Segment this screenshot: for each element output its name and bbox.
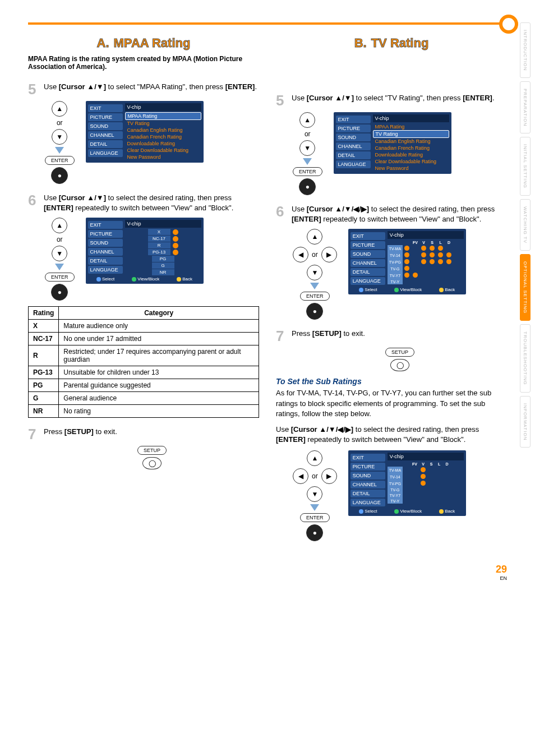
block-icon — [173, 243, 178, 248]
enter-oval-button[interactable]: ● — [299, 178, 316, 195]
osd-side-language: LANGUAGE — [336, 160, 371, 168]
osd-item-can-fr: Canadian French Rating — [125, 133, 201, 140]
osd-side-sound: SOUND — [350, 250, 385, 258]
cursor-right-button[interactable]: ▶ — [321, 247, 337, 262]
arrow-down-icon — [303, 158, 312, 165]
osd-side-language: LANGUAGE — [88, 266, 123, 274]
arrow-down-icon — [310, 504, 319, 511]
step-number: 6 — [28, 193, 39, 213]
table-header-rating: Rating — [29, 307, 59, 320]
enter-oval-button[interactable]: ● — [306, 524, 323, 541]
cursor-down-button[interactable]: ▼ — [307, 265, 322, 280]
osd-side-detail: DETAIL — [350, 490, 385, 497]
osd-vchip-menu-tv-selected: EXIT PICTURE SOUND CHANNEL DETAIL LANGUA… — [334, 112, 451, 174]
sub-ratings-instruction: Use [Cursor ▲/▼/◀/▶] to select the desir… — [276, 425, 507, 445]
step-text: Use [Cursor ▲/▼] to select "TV Rating", … — [292, 93, 507, 108]
osd-item-new-password: New Password — [373, 165, 449, 172]
tab-initial-setting: INITIAL SETTING — [520, 137, 531, 196]
osd-item-can-en: Canadian English Rating — [373, 138, 449, 145]
setup-oval-button[interactable]: ◯ — [142, 457, 162, 469]
cursor-up-button[interactable]: ▲ — [307, 450, 322, 466]
osd-side-picture: PICTURE — [88, 230, 123, 238]
cursor-down-button[interactable]: ▼ — [52, 246, 67, 261]
osd-item-tv-rating: TV Rating — [125, 120, 201, 127]
cursor-down-button[interactable]: ▼ — [299, 140, 315, 156]
enter-button[interactable]: ENTER — [293, 167, 322, 176]
osd-side-detail: DETAIL — [88, 140, 123, 148]
osd-item-can-fr: Canadian French Rating — [373, 145, 449, 151]
enter-button[interactable]: ENTER — [300, 513, 330, 522]
enter-button[interactable]: ENTER — [45, 273, 75, 282]
step-text: Press [SETUP] to exit. — [292, 329, 507, 343]
column-tv-rating: B.TV Rating 5 Use [Cursor ▲/▼] to select… — [276, 36, 507, 547]
remote-updown-enter: ▲ or ▼ ENTER ● — [293, 112, 322, 195]
osd-item-can-en: Canadian English Rating — [125, 127, 201, 133]
column-mpaa-rating: A.MPAA Rating MPAA Rating is the rating … — [28, 36, 259, 547]
step-a5-graphics: ▲ or ▼ ENTER ● EXIT PICTURE SOUND CHANNE… — [45, 101, 259, 184]
block-icon — [173, 236, 178, 242]
enter-oval-button[interactable]: ● — [51, 284, 68, 301]
table-row: NC-17No one under 17 admitted — [29, 333, 259, 345]
osd-title: V-chip — [388, 231, 464, 239]
osd-item-mpaa-rating: MPAA Rating — [125, 112, 201, 120]
step-number: 7 — [28, 427, 39, 441]
top-rule — [28, 22, 507, 25]
osd-tv-rating-grid: EXIT PICTURE SOUND CHANNEL DETAIL LANGUA… — [348, 229, 466, 294]
page-number: 29EN — [28, 564, 507, 581]
osd-side-sound: SOUND — [336, 133, 371, 141]
table-row: GGeneral audience — [29, 392, 259, 405]
osd-footer: Select View/Block Back — [350, 286, 464, 292]
osd-side-channel: CHANNEL — [88, 248, 123, 256]
block-icon — [173, 229, 178, 235]
cursor-up-button[interactable]: ▲ — [52, 218, 67, 233]
section-tabs: INTRODUCTION PREPARATION INITIAL SETTING… — [520, 22, 531, 448]
step-text: Use [Cursor ▲/▼] to select the desired r… — [44, 193, 259, 213]
section-b-title: B.TV Rating — [276, 36, 507, 50]
cursor-down-button[interactable]: ▼ — [307, 486, 322, 502]
osd-mpaa-rating-list: EXIT PICTURE SOUND CHANNEL DETAIL LANGUA… — [86, 218, 204, 284]
step-a6-graphics: ▲ or ▼ ENTER ● EXIT PICTURE SOUND CHANNE… — [45, 218, 259, 301]
osd-side-picture: PICTURE — [88, 113, 123, 121]
osd-vchip-menu-mpaa-selected: EXIT PICTURE SOUND CHANNEL DETAIL LANGUA… — [86, 101, 204, 163]
setup-button[interactable]: SETUP — [137, 446, 167, 455]
or-label: or — [312, 251, 318, 259]
step-text: Press [SETUP] to exit. — [44, 427, 259, 441]
cursor-up-button[interactable]: ▲ — [299, 112, 315, 128]
setup-oval-button[interactable]: ◯ — [390, 359, 409, 371]
enter-oval-button[interactable]: ● — [306, 303, 323, 320]
tab-preparation: PREPARATION — [520, 81, 531, 133]
step-b6: 6 Use [Cursor ▲/▼/◀/▶] to select the des… — [276, 204, 507, 224]
arrow-down-icon — [55, 147, 64, 154]
cursor-left-button[interactable]: ◀ — [293, 247, 308, 262]
remote-4way-enter: ▲ ◀ or ▶ ▼ ENTER ● — [293, 450, 337, 541]
tv-rating-grid: FVVSLDTV-MATV-14TV-PGTV-GTV-Y7TV-Y — [388, 240, 464, 284]
tab-watching-tv: WATCHING TV — [520, 199, 531, 251]
step-number: 7 — [276, 329, 287, 343]
osd-side-exit: EXIT — [88, 104, 123, 112]
osd-item-new-password: New Password — [125, 154, 201, 160]
remote-4way-enter: ▲ ◀ or ▶ ▼ ENTER ● — [293, 229, 337, 320]
cursor-left-button[interactable]: ◀ — [293, 468, 308, 484]
osd-side-language: LANGUAGE — [88, 149, 123, 157]
cursor-up-button[interactable]: ▲ — [52, 101, 67, 117]
osd-item-tv-rating: TV Rating — [373, 130, 449, 138]
step-b5: 5 Use [Cursor ▲/▼] to select "TV Rating"… — [276, 93, 507, 108]
osd-item-mpaa-rating: MPAA Rating — [373, 123, 449, 130]
enter-button[interactable]: ENTER — [300, 292, 330, 301]
osd-side-language: LANGUAGE — [350, 277, 385, 285]
enter-oval-button[interactable]: ● — [51, 167, 68, 184]
cursor-up-button[interactable]: ▲ — [307, 229, 322, 245]
enter-button[interactable]: ENTER — [45, 156, 75, 165]
cursor-down-button[interactable]: ▼ — [52, 129, 67, 145]
osd-footer: Select View/Block Back — [350, 508, 464, 514]
block-icon — [173, 250, 178, 255]
step-b5-graphics: ▲ or ▼ ENTER ● EXIT PICTURE SOUND CHANNE… — [293, 112, 507, 195]
setup-button[interactable]: SETUP — [385, 348, 414, 357]
tab-troubleshooting: TROUBLESHOOTING — [520, 324, 531, 392]
osd-side-picture: PICTURE — [350, 241, 385, 249]
osd-side-sound: SOUND — [350, 472, 385, 480]
remote-updown-enter: ▲ or ▼ ENTER ● — [45, 218, 75, 301]
osd-footer: Select View/Block Back — [88, 275, 201, 282]
step-b7: 7 Press [SETUP] to exit. — [276, 329, 507, 343]
cursor-right-button[interactable]: ▶ — [321, 468, 337, 484]
